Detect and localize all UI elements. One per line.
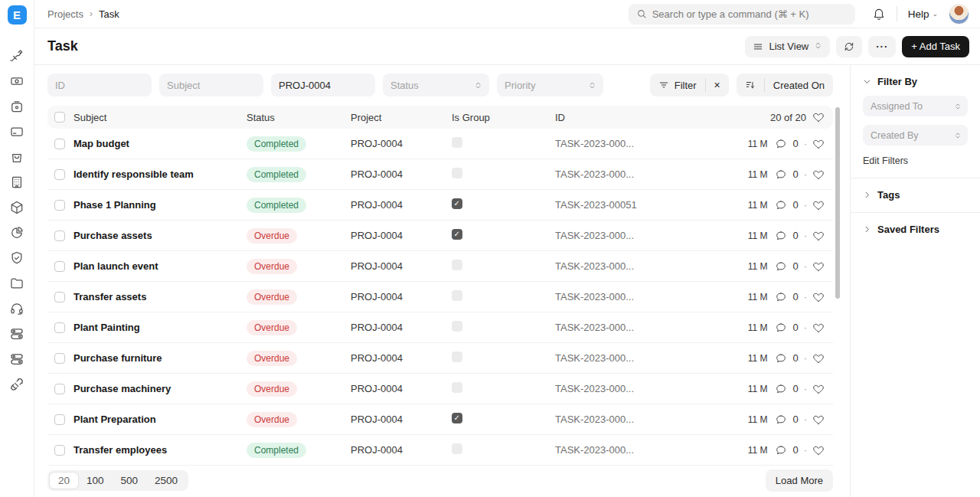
- user-avatar[interactable]: [949, 4, 969, 25]
- row-checkbox[interactable]: [54, 384, 65, 394]
- comment-icon: [775, 444, 787, 456]
- more-menu-button[interactable]: ···: [868, 36, 896, 57]
- column-header-subject[interactable]: Subject: [74, 112, 247, 123]
- heart-icon[interactable]: [812, 230, 825, 242]
- headset-icon[interactable]: [5, 296, 30, 321]
- modified-time: 11 M: [748, 414, 768, 425]
- task-subject[interactable]: Purchase machinery: [74, 383, 247, 394]
- sort-direction-button[interactable]: [737, 74, 764, 96]
- filter-priority-select[interactable]: Priority: [497, 74, 603, 96]
- sort-field-button[interactable]: Created On: [765, 74, 833, 96]
- status-badge: Overdue: [247, 381, 297, 397]
- help-menu[interactable]: Help ⌄: [908, 8, 938, 20]
- column-header-id[interactable]: ID: [555, 112, 735, 123]
- breadcrumb-task[interactable]: Task: [99, 8, 119, 20]
- expense-icon[interactable]: [5, 68, 30, 93]
- row-checkbox[interactable]: [54, 292, 65, 302]
- table-row[interactable]: Plant Preparation Overdue PROJ-0004 TASK…: [47, 404, 833, 435]
- folder-icon[interactable]: [5, 270, 30, 296]
- table-row[interactable]: Transfer assets Overdue PROJ-0004 TASK-2…: [47, 282, 833, 312]
- card-icon[interactable]: [5, 119, 30, 144]
- table-row[interactable]: Identify responsible team Completed PROJ…: [47, 159, 833, 190]
- table-row[interactable]: Phase 1 Planning Completed PROJ-0004 TAS…: [47, 190, 833, 221]
- task-subject[interactable]: Identify responsible team: [74, 168, 247, 180]
- asset-icon[interactable]: [5, 93, 30, 119]
- filter-project-input[interactable]: [271, 74, 375, 96]
- page-size-option[interactable]: 2500: [146, 472, 186, 489]
- table-row[interactable]: Purchase furniture Overdue PROJ-0004 TAS…: [47, 343, 833, 374]
- row-checkbox[interactable]: [54, 261, 65, 272]
- package-icon[interactable]: [5, 195, 30, 220]
- heart-icon[interactable]: [812, 383, 825, 395]
- plug-icon[interactable]: [5, 371, 30, 397]
- erpnext-logo[interactable]: E: [8, 5, 27, 25]
- task-subject[interactable]: Purchase assets: [74, 230, 247, 241]
- created-by-select[interactable]: Created By: [863, 125, 968, 146]
- heart-icon[interactable]: [812, 199, 825, 211]
- filter-status-select[interactable]: Status: [383, 74, 489, 96]
- clear-filter-button[interactable]: ×: [706, 74, 729, 96]
- add-task-button[interactable]: + Add Task: [902, 36, 969, 57]
- page-size-option[interactable]: 100: [78, 472, 113, 489]
- heart-icon[interactable]: [812, 138, 825, 150]
- heart-icon[interactable]: [812, 260, 825, 273]
- filter-button[interactable]: Filter: [650, 74, 705, 96]
- row-checkbox[interactable]: [54, 169, 65, 180]
- task-subject[interactable]: Purchase furniture: [74, 352, 247, 364]
- edit-filters-link[interactable]: Edit Filters: [863, 155, 968, 166]
- column-header-status[interactable]: Status: [247, 112, 351, 123]
- shield-check-icon[interactable]: [5, 245, 30, 270]
- row-checkbox[interactable]: [54, 322, 65, 333]
- assigned-to-select[interactable]: Assigned To: [863, 96, 968, 116]
- row-checkbox[interactable]: [54, 200, 65, 211]
- tools-icon[interactable]: [5, 43, 30, 68]
- filter-by-section-toggle[interactable]: Filter By: [863, 76, 968, 87]
- heart-icon[interactable]: [812, 291, 825, 303]
- row-checkbox[interactable]: [54, 414, 65, 425]
- heart-icon[interactable]: [812, 168, 825, 181]
- page-size-option[interactable]: 500: [113, 472, 147, 489]
- toggles-icon[interactable]: [5, 321, 30, 346]
- pie-chart-icon[interactable]: [5, 220, 30, 245]
- task-subject[interactable]: Phase 1 Planning: [74, 199, 247, 211]
- heart-icon[interactable]: [812, 111, 825, 123]
- page-size-option[interactable]: 20: [50, 472, 78, 489]
- vertical-scrollbar[interactable]: [835, 107, 840, 299]
- heart-icon[interactable]: [812, 322, 825, 334]
- saved-filters-section-toggle[interactable]: Saved Filters: [863, 213, 968, 235]
- task-subject[interactable]: Map budget: [74, 138, 247, 149]
- task-subject[interactable]: Plant Painting: [74, 322, 247, 333]
- column-header-project[interactable]: Project: [351, 112, 452, 123]
- global-search-input[interactable]: Search or type a command (⌘ + K): [629, 4, 855, 25]
- filter-id-input[interactable]: [47, 74, 152, 96]
- table-row[interactable]: Plan launch event Overdue PROJ-0004 TASK…: [47, 251, 833, 282]
- row-checkbox[interactable]: [54, 353, 65, 364]
- table-row[interactable]: Map budget Completed PROJ-0004 TASK-2023…: [47, 129, 833, 159]
- table-row[interactable]: Purchase machinery Overdue PROJ-0004 TAS…: [47, 374, 833, 404]
- shopping-bag-icon[interactable]: [5, 144, 30, 169]
- filter-subject-input[interactable]: [159, 74, 263, 96]
- row-checkbox[interactable]: [54, 445, 65, 456]
- table-row[interactable]: Plant Painting Overdue PROJ-0004 TASK-20…: [47, 312, 833, 343]
- row-checkbox[interactable]: [54, 231, 65, 241]
- table-row[interactable]: Transfer employees Completed PROJ-0004 T…: [47, 435, 833, 466]
- heart-icon[interactable]: [812, 352, 825, 365]
- heart-icon[interactable]: [812, 414, 825, 426]
- notifications-bell-icon[interactable]: [872, 7, 886, 21]
- refresh-button[interactable]: [836, 36, 862, 57]
- load-more-button[interactable]: Load More: [766, 469, 833, 492]
- task-subject[interactable]: Transfer employees: [74, 444, 247, 456]
- row-checkbox[interactable]: [54, 139, 65, 149]
- task-subject[interactable]: Plan launch event: [74, 260, 247, 272]
- select-all-checkbox[interactable]: [54, 112, 65, 123]
- toggles2-icon[interactable]: [5, 346, 30, 371]
- tags-section-toggle[interactable]: Tags: [863, 178, 968, 201]
- task-subject[interactable]: Plant Preparation: [74, 414, 247, 425]
- breadcrumb-projects[interactable]: Projects: [47, 8, 83, 20]
- building-icon[interactable]: [5, 169, 30, 195]
- view-selector-button[interactable]: List View: [745, 36, 830, 57]
- table-row[interactable]: Purchase assets Overdue PROJ-0004 TASK-2…: [47, 221, 833, 251]
- heart-icon[interactable]: [812, 444, 825, 456]
- task-subject[interactable]: Transfer assets: [74, 291, 247, 302]
- column-header-isgroup[interactable]: Is Group: [452, 112, 555, 123]
